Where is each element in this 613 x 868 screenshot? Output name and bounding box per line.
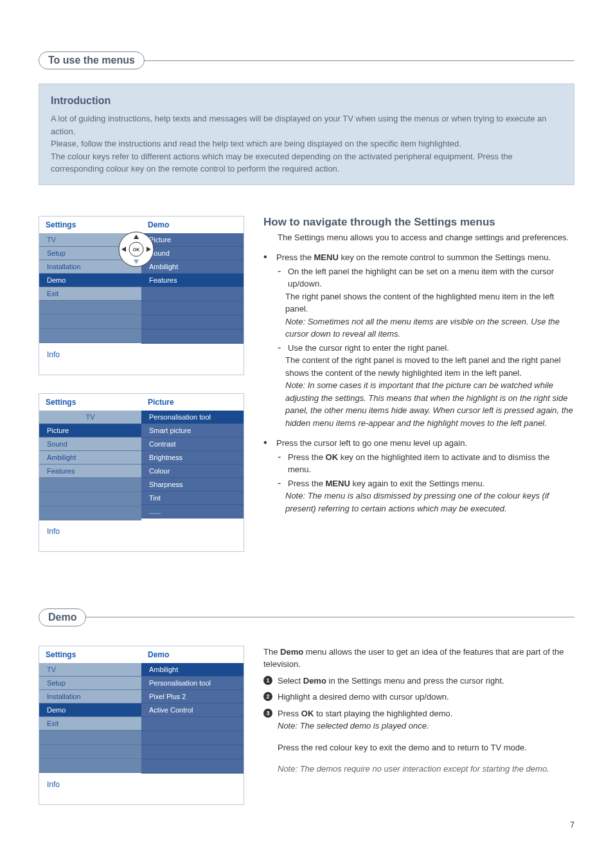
intro-heading: Introduction — [51, 93, 562, 109]
menu3-right-item: Personalisation tool — [141, 677, 244, 690]
menu1-empty — [39, 301, 141, 315]
menu3-right-item: Active Control — [141, 704, 244, 717]
menu2-info: Info — [39, 520, 244, 551]
ok-dpad-icon: OK — [118, 231, 155, 268]
menu1-empty — [141, 315, 244, 330]
section-header-demo: Demo — [39, 608, 574, 626]
pill-label: Demo — [39, 608, 86, 626]
menu3-left-item: Setup — [39, 677, 141, 690]
menu2-left-title: Settings — [39, 394, 141, 411]
howto-b1-sub2note: Note: In some cases it is important that… — [285, 379, 574, 429]
howto-b2-note: Note: The menu is also dismissed by pres… — [285, 490, 574, 515]
intro-p2: Please, follow the instructions and read… — [51, 137, 562, 150]
menu2-empty — [39, 492, 141, 506]
menu2-right-item: Sharpness — [141, 478, 244, 492]
menu3-right-item: Pixel Plus 2 — [141, 690, 244, 704]
menu1-left-item-selected: Demo — [39, 274, 141, 287]
menu2-left-item: Sound — [39, 438, 141, 451]
menu1-empty — [39, 329, 141, 343]
howto-b2-sub2: - Press the MENU key again to exit the S… — [278, 477, 574, 490]
menu1-empty — [141, 330, 244, 344]
menu1-right-item: Ambilight — [141, 260, 244, 274]
demo-p1: The Demo menu allows the user to get an … — [263, 646, 574, 671]
demo-step-2: 2 Highlight a desired demo with cursor u… — [263, 691, 574, 704]
menu1-empty — [141, 301, 244, 315]
section-header-use-menus: To use the menus — [39, 51, 574, 69]
menu-illustration-1: Settings Demo TV Setup Installation Demo… — [39, 216, 244, 375]
menu2-right-item: Colour — [141, 465, 244, 478]
menu1-empty — [39, 315, 141, 329]
menu3-right-item: Ambilight — [141, 663, 244, 677]
menu3-empty — [141, 731, 244, 745]
menu2-left-item: Features — [39, 465, 141, 478]
menu3-empty — [39, 731, 141, 745]
menu3-left-item: Installation — [39, 690, 141, 704]
howto-heading: How to navigate through the Settings men… — [263, 216, 574, 229]
menu2-left-item-selected: Picture — [39, 424, 141, 438]
svg-text:OK: OK — [133, 247, 140, 252]
menu3-left-item: TV — [39, 663, 141, 677]
demo-s3-note: Note: The selected demo is played once. — [278, 720, 574, 732]
menu2-right-item: Tint — [141, 492, 244, 505]
menu1-right-item: Sound — [141, 247, 244, 260]
menu-illustration-2: Settings Picture TV Picture Sound Ambili… — [39, 393, 244, 552]
horizontal-rule — [144, 60, 574, 61]
menu2-empty — [39, 478, 141, 492]
howto-b1-note: Note: Sometimes not all the menu items a… — [285, 315, 574, 341]
menu1-right-item: Picture — [141, 233, 244, 247]
menu3-empty — [141, 759, 244, 774]
menu3-empty — [141, 745, 244, 759]
howto-bullet-1: • Press the MENU key on the remote contr… — [263, 251, 574, 264]
menu2-right-item: Smart picture — [141, 424, 244, 438]
menu3-empty — [141, 717, 244, 731]
menu3-right-title: Demo — [141, 646, 244, 663]
menu3-left-item: Exit — [39, 717, 141, 731]
menu2-left-item: Ambilight — [39, 451, 141, 465]
menu3-empty — [39, 759, 141, 773]
howto-b1-sub1b: The right panel shows the content of the… — [285, 290, 574, 315]
menu2-right-item: Brightness — [141, 451, 244, 465]
menu3-left-item-selected: Demo — [39, 704, 141, 717]
howto-b1-sub1: - On the left panel the highlight can be… — [278, 265, 574, 290]
introduction-box: Introduction A lot of guiding instructio… — [39, 84, 574, 185]
pill-label: To use the menus — [39, 51, 145, 69]
demo-p2: Press the red colour key to exit the dem… — [278, 741, 574, 754]
howto-b1-sub2b: The content of the right panel is moved … — [285, 354, 574, 379]
menu2-right-title: Picture — [141, 394, 244, 411]
howto-b2-sub1: - Press the OK key on the highlighted it… — [278, 451, 574, 476]
menu1-empty — [141, 287, 244, 301]
menu3-empty — [39, 745, 141, 759]
menu2-right-item: ...... — [141, 505, 244, 518]
howto-p1: The Settings menu allows you to access a… — [278, 231, 574, 244]
menu2-right-item: Contrast — [141, 438, 244, 451]
demo-step-1: 1 Select Demo in the Settings menu and p… — [263, 675, 574, 687]
menu3-info: Info — [39, 774, 244, 804]
menu2-right-item: Personalisation tool — [141, 411, 244, 424]
page-number: 7 — [570, 820, 574, 829]
howto-b1-sub2: - Use the cursor right to enter the righ… — [278, 342, 574, 355]
intro-p1: A lot of guiding instructions, help text… — [51, 112, 562, 137]
menu1-right-item: Features — [141, 274, 244, 287]
intro-p3: The colour keys refer to different actio… — [51, 150, 562, 175]
menu-illustration-3: Settings Demo TV Setup Installation Demo… — [39, 646, 244, 805]
horizontal-rule — [85, 617, 574, 617]
demo-step-3: 3 Press OK to start playing the highligh… — [263, 707, 574, 732]
demo-p2-note: Note: The demos require no user interact… — [278, 763, 574, 775]
menu3-left-title: Settings — [39, 646, 141, 663]
menu1-right-title: Demo — [141, 217, 244, 233]
howto-bullet-2: • Press the cursor left to go one menu l… — [263, 437, 574, 450]
menu1-left-item: Exit — [39, 287, 141, 301]
menu1-info: Info — [39, 344, 244, 375]
menu2-tv-label: TV — [39, 411, 141, 424]
menu2-empty — [39, 506, 141, 520]
